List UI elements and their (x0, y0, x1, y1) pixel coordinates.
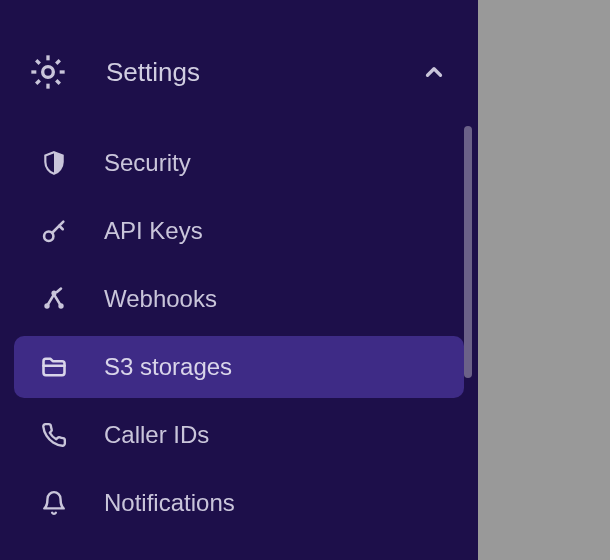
bell-icon (40, 489, 68, 517)
svg-line-3 (36, 60, 40, 64)
key-icon (40, 217, 68, 245)
settings-header[interactable]: Settings (0, 44, 478, 100)
sidebar-item-label: S3 storages (104, 353, 232, 381)
sidebar-item-security[interactable]: Security (14, 132, 464, 194)
sidebar-item-label: Caller IDs (104, 421, 209, 449)
svg-point-0 (43, 67, 54, 78)
sidebar-item-label: Webhooks (104, 285, 217, 313)
gear-icon (28, 52, 68, 92)
svg-line-7 (36, 80, 40, 84)
sidebar-item-label: Security (104, 149, 191, 177)
sidebar-item-caller-ids[interactable]: Caller IDs (14, 404, 464, 466)
settings-header-label: Settings (106, 57, 418, 88)
webhook-icon (40, 285, 68, 313)
sidebar-item-s3-storages[interactable]: S3 storages (14, 336, 464, 398)
sidebar-scrollbar[interactable] (464, 126, 472, 378)
svg-line-8 (56, 60, 60, 64)
svg-point-14 (51, 291, 56, 296)
shield-icon (40, 149, 68, 177)
svg-line-4 (56, 80, 60, 84)
sidebar-item-webhooks[interactable]: Webhooks (14, 268, 464, 330)
sidebar-item-notifications[interactable]: Notifications (14, 472, 464, 534)
folder-icon (40, 353, 68, 381)
svg-line-11 (59, 226, 63, 230)
chevron-up-icon (418, 56, 450, 88)
sidebar-item-label: Notifications (104, 489, 235, 517)
phone-icon (40, 421, 68, 449)
sidebar-item-api-keys[interactable]: API Keys (14, 200, 464, 262)
sidebar-item-label: API Keys (104, 217, 203, 245)
settings-sidebar: Settings Security API Keys (0, 0, 478, 560)
